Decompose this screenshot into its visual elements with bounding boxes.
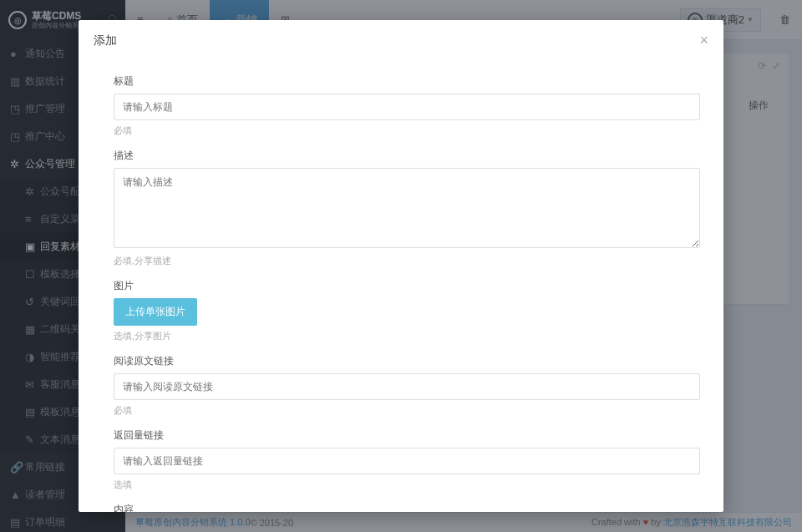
field-title: 标题 必填 xyxy=(114,74,700,137)
field-image: 图片 上传单张图片 选填,分享图片 xyxy=(114,279,700,342)
hint-desc: 必填,分享描述 xyxy=(114,255,700,267)
field-readlink: 阅读原文链接 必填 xyxy=(114,354,700,417)
hint-title: 必填 xyxy=(114,124,700,137)
modal-title: 添加 xyxy=(94,33,117,48)
input-title[interactable] xyxy=(114,94,700,120)
hint-readlink: 必填 xyxy=(114,404,700,417)
input-readlink[interactable] xyxy=(114,373,700,400)
label-content: 内容 xyxy=(114,503,700,512)
label-backlink: 返回量链接 xyxy=(114,428,700,443)
modal-body: 标题 必填 描述 必填,分享描述 图片 上传单张图片 选填,分享图片 阅读原文链… xyxy=(79,61,723,512)
add-modal: 添加 × 标题 必填 描述 必填,分享描述 图片 上传单张图片 选填,分享图片 … xyxy=(79,20,723,512)
hint-backlink: 选填 xyxy=(114,479,700,491)
label-readlink: 阅读原文链接 xyxy=(114,354,700,368)
upload-image-button[interactable]: 上传单张图片 xyxy=(114,298,197,326)
hint-image: 选填,分享图片 xyxy=(114,330,700,342)
label-desc: 描述 xyxy=(114,149,700,163)
input-desc[interactable] xyxy=(114,168,700,248)
modal-header: 添加 × xyxy=(79,20,723,61)
label-title: 标题 xyxy=(114,74,700,89)
field-backlink: 返回量链接 选填 xyxy=(114,428,700,491)
field-content: 内容 ✨▼ B U ⌫ Helvetica Neue▼ A▼ ≡▼ ⋮≡ xyxy=(114,503,700,512)
label-image: 图片 xyxy=(114,279,700,293)
modal-close[interactable]: × xyxy=(699,32,708,49)
input-backlink[interactable] xyxy=(114,448,700,474)
field-desc: 描述 必填,分享描述 xyxy=(114,149,700,267)
